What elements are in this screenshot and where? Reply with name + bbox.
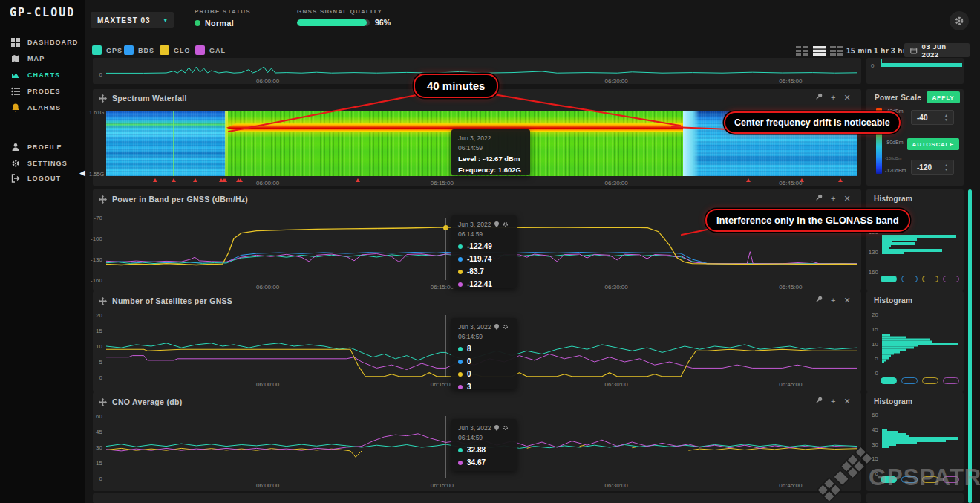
interference-event-marker-icon — [238, 176, 243, 182]
add-icon[interactable]: + — [831, 195, 835, 203]
legend-toggle-gal[interactable]: GAL — [195, 45, 226, 55]
y-tick-label: 10 — [96, 343, 102, 350]
close-icon[interactable]: ✕ — [843, 195, 850, 203]
sats-histogram-legend — [881, 377, 959, 384]
layout-list-icon[interactable] — [796, 45, 808, 59]
vertical-scrollbar-thumb[interactable] — [968, 189, 972, 503]
location-pin-icon — [494, 221, 500, 227]
spin-up-icon[interactable]: ▲ — [944, 114, 948, 117]
y-tick-label: 15 — [96, 460, 102, 467]
post-interference-bright-column — [683, 111, 699, 176]
x-tick-label: 06:30:00 — [605, 180, 628, 186]
x-tick-label: 06:15:00 — [431, 180, 454, 186]
gal-value: 3 — [467, 383, 471, 391]
sidebar-item-settings[interactable]: SETTINGS — [0, 155, 85, 172]
sidebar: GP-CLOUD DASHBOARD MAP CHARTS PROBES ALA… — [0, 0, 85, 503]
sats-title: Number of Satellites per GNSS — [112, 296, 232, 305]
sidebar-item-map[interactable]: MAP — [0, 51, 85, 67]
glo-value: 0 — [467, 370, 471, 378]
gps-value: -122.49 — [467, 242, 492, 250]
sidebar-item-label: ALARMS — [27, 104, 61, 111]
spinner-arrows[interactable]: ▲▼ — [944, 114, 948, 122]
waterfall-freq-min: 1.55G — [89, 171, 104, 178]
move-icon[interactable] — [99, 195, 107, 204]
close-icon[interactable]: ✕ — [843, 397, 850, 406]
range-15min-button[interactable]: 15 min — [846, 47, 872, 55]
x-tick-label: 06:30:00 — [605, 482, 628, 489]
date-value: 03 Jun 2022 — [922, 42, 964, 59]
add-icon[interactable]: + — [831, 296, 835, 305]
waterfall-zone-clean-before — [106, 111, 226, 176]
histogram-legend-gps[interactable] — [881, 377, 897, 384]
gal-dot — [458, 461, 463, 465]
histogram-legend-bds[interactable] — [901, 276, 918, 282]
power-hover-dot — [443, 225, 448, 230]
power-min-input[interactable]: -120 ▲▼ — [911, 160, 954, 175]
close-icon[interactable]: ✕ — [843, 94, 850, 102]
histogram-legend-gps[interactable] — [881, 276, 897, 282]
sidebar-item-charts[interactable]: CHARTS — [0, 67, 85, 83]
legend-toggle-bds[interactable]: BDS — [124, 45, 154, 55]
move-icon[interactable] — [99, 297, 107, 305]
gps-value: 8 — [467, 345, 471, 353]
sidebar-item-alarms[interactable]: ALARMS — [0, 100, 85, 116]
sidebar-item-probes[interactable]: PROBES — [0, 83, 85, 100]
spinner-arrows[interactable]: ▲▼ — [944, 163, 948, 172]
pin-icon[interactable] — [815, 296, 823, 305]
layout-grid-icon[interactable] — [830, 45, 843, 59]
add-icon[interactable]: + — [831, 397, 835, 406]
gal-dot — [458, 282, 463, 287]
move-icon[interactable] — [99, 398, 107, 406]
legend-toggle-gps[interactable]: GPS — [92, 45, 122, 55]
sidebar-item-label: LOGOUT — [27, 175, 61, 182]
autoscale-button[interactable]: AUTOSCALE — [907, 138, 959, 150]
tooltip-time: 06:14:59 — [458, 333, 510, 340]
add-icon[interactable]: + — [831, 94, 835, 102]
pin-icon[interactable] — [815, 93, 823, 102]
apply-button[interactable]: APPLY — [927, 91, 960, 103]
layout-rows-icon[interactable] — [813, 45, 826, 59]
close-icon[interactable]: ✕ — [843, 296, 850, 305]
sidebar-collapse-arrow[interactable]: ◀ — [79, 169, 85, 177]
legend-toggle-glo[interactable]: GLO — [160, 45, 191, 55]
calendar-icon — [910, 47, 918, 54]
glo-color-swatch — [160, 45, 169, 55]
date-picker[interactable]: 03 Jun 2022 — [904, 43, 970, 57]
histogram-legend-gal[interactable] — [943, 276, 959, 282]
move-icon[interactable] — [99, 94, 107, 103]
power-max-input[interactable]: -40 ▲▼ — [911, 110, 954, 125]
sidebar-item-dashboard[interactable]: DASHBOARD — [0, 34, 85, 51]
mini-chart-plot[interactable]: 06:00:0006:15:0006:30:0006:45:000 — [106, 59, 858, 74]
x-tick-label: 06:30:00 — [605, 381, 628, 388]
power-panel-actions: + ✕ — [815, 194, 851, 203]
histogram-legend-glo[interactable] — [922, 276, 938, 282]
spin-down-icon[interactable]: ▼ — [944, 168, 948, 172]
gps-dot — [458, 448, 463, 452]
pin-icon[interactable] — [815, 397, 823, 406]
y-tick-label: 60 — [872, 412, 878, 418]
histogram-legend-glo[interactable] — [922, 377, 938, 384]
tooltip-level: Level : -42.67 dBm — [458, 155, 523, 163]
interference-event-marker-icon — [223, 176, 227, 182]
range-1hr-button[interactable]: 1 hr — [874, 47, 889, 55]
scale-label-mid2: -100dBm — [885, 156, 901, 160]
waterfall-tooltip: Jun 3, 2022 06:14:59 Level : -42.67 dBm … — [451, 129, 530, 175]
settings-gear-button[interactable] — [950, 11, 969, 30]
pin-icon[interactable] — [815, 194, 823, 203]
x-tick-label: 06:45:00 — [779, 284, 802, 291]
histogram-legend-gal[interactable] — [943, 377, 959, 384]
probe-status-label: PROBE STATUS — [195, 8, 251, 15]
probe-selector-dropdown[interactable]: MAXTEST 03 ▾ — [91, 12, 174, 28]
sidebar-item-logout[interactable]: LOGOUT — [0, 170, 85, 186]
spin-down-icon[interactable]: ▼ — [944, 118, 948, 122]
interference-event-marker-icon — [838, 176, 843, 182]
histogram-legend-bds[interactable] — [901, 377, 918, 384]
next-panel-sliver — [93, 493, 861, 503]
spin-up-icon[interactable]: ▲ — [944, 163, 948, 167]
gear-icon — [954, 16, 964, 26]
sidebar-item-profile[interactable]: PROFILE — [0, 139, 85, 155]
gal-value: -122.41 — [467, 280, 492, 288]
logout-icon — [10, 173, 21, 184]
bds-dot — [458, 360, 463, 364]
gear-icon — [503, 324, 509, 330]
